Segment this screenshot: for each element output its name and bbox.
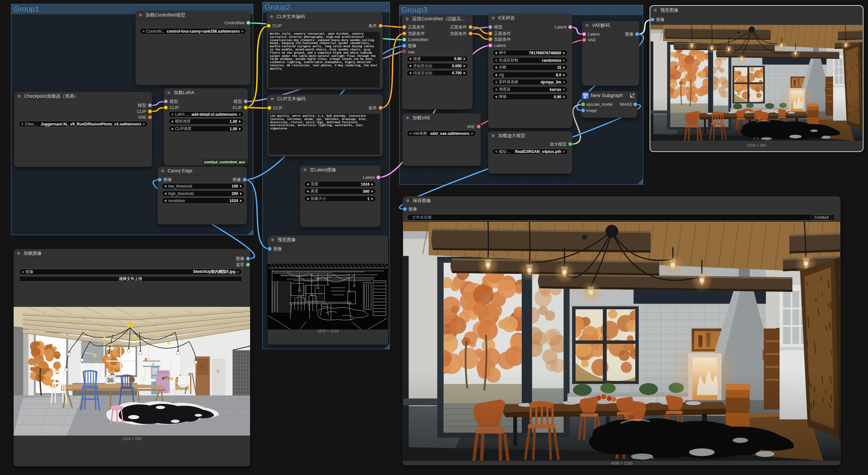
svg-text:E: E <box>200 362 204 369</box>
svg-text:S: S <box>216 368 220 374</box>
svg-text:36: 36 <box>107 377 114 383</box>
